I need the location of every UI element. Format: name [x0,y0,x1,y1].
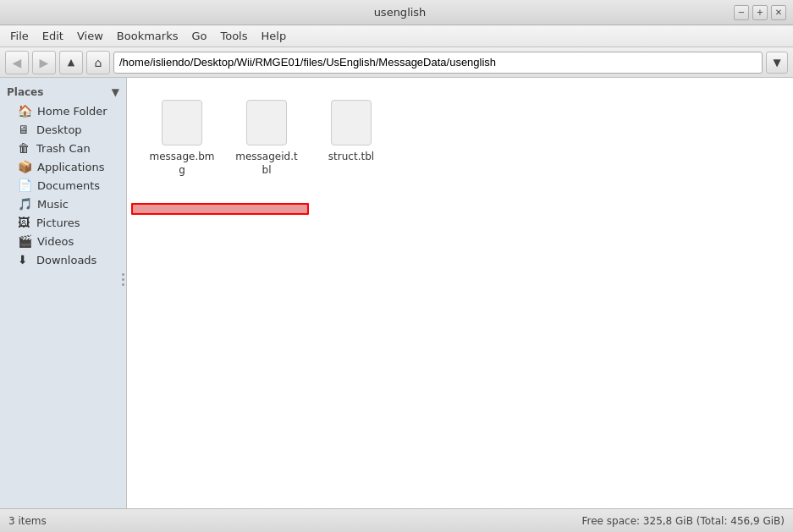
menu-item-edit[interactable]: Edit [36,27,70,45]
file-item-struct-tbl[interactable]: struct.tbl [313,95,389,182]
sidebar-label-docs: Documents [37,179,100,192]
resize-handle[interactable] [120,271,126,288]
back-button[interactable]: ◀ [5,51,29,74]
menu-item-view[interactable]: View [70,27,110,45]
sidebar-item-applications[interactable]: 📦 Applications [3,157,124,176]
titlebar: usenglish − + ✕ [0,0,793,25]
address-bar[interactable] [113,52,763,74]
sidebar-label-videos: Videos [37,235,74,248]
file-item-messageid-tbl[interactable]: messageid.tbl [229,95,305,182]
sidebar-label-home: Home Folder [37,105,107,118]
applications-icon: 📦 [18,160,32,173]
sidebar-item-downloads[interactable]: ⬇ Downloads [3,250,124,269]
sidebar-item-desktop[interactable]: 🖥 Desktop [3,120,124,139]
items-count: 3 items [8,515,47,527]
sidebar-item-documents[interactable]: 📄 Documents [3,176,124,195]
sidebar-label-trash: Trash Can [36,142,91,155]
sidebar-label-pictures: Pictures [36,217,80,229]
file-item-message-bmg[interactable]: message.bmg [144,95,220,182]
file-label-messageid-tbl: messageid.tbl [235,151,297,177]
file-label-message-bmg: message.bmg [149,151,214,177]
menu-item-tools[interactable]: Tools [213,27,254,45]
sidebar-label-apps: Applications [37,161,104,173]
documents-icon: 📄 [18,178,32,192]
pictures-icon: 🖼 [18,216,31,229]
sidebar-label-music: Music [37,198,69,211]
file-area: message.bmg messageid.tbl struct.tbl [127,78,793,508]
maximize-button[interactable]: + [752,5,768,20]
sidebar: Places ▼ 🏠 Home Folder 🖥 Desktop 🗑 Trash… [0,78,127,508]
menu-item-help[interactable]: Help [255,27,294,45]
places-arrow: ▼ [112,86,119,98]
menu-item-go[interactable]: Go [184,27,213,45]
free-space: Free space: 325,8 GiB (Total: 456,9 GiB) [582,515,785,527]
address-expand-button[interactable]: ▼ [766,52,788,74]
sidebar-item-home-folder[interactable]: 🏠 Home Folder [3,101,124,120]
statusbar: 3 items Free space: 325,8 GiB (Total: 45… [0,508,793,532]
menu-item-file[interactable]: File [3,27,36,45]
up-button[interactable]: ▲ [59,51,83,74]
file-icon-message-bmg [162,100,202,145]
file-label-struct-tbl: struct.tbl [328,151,374,164]
places-label: Places [7,86,43,98]
home-button[interactable]: ⌂ [86,51,110,74]
home-icon: 🏠 [18,104,32,118]
file-icon-messageid-tbl [246,100,287,145]
main-area: Places ▼ 🏠 Home Folder 🖥 Desktop 🗑 Trash… [0,78,793,508]
music-icon: 🎵 [18,197,32,211]
forward-button[interactable]: ▶ [32,51,56,74]
sidebar-item-pictures[interactable]: 🖼 Pictures [3,213,124,232]
menu-item-bookmarks[interactable]: Bookmarks [110,27,185,45]
toolbar: ◀ ▶ ▲ ⌂ ▼ [0,47,793,78]
minimize-button[interactable]: − [734,5,749,20]
sidebar-item-videos[interactable]: 🎬 Videos [3,232,124,250]
sidebar-item-trash-can[interactable]: 🗑 Trash Can [3,139,124,157]
videos-icon: 🎬 [18,234,32,248]
sidebar-item-music[interactable]: 🎵 Music [3,195,124,213]
window-title: usenglish [66,6,734,19]
sidebar-label-desktop: Desktop [36,123,82,136]
desktop-icon: 🖥 [18,123,31,136]
selection-rectangle [131,203,309,215]
file-icon-struct-tbl [331,100,372,145]
downloads-icon: ⬇ [18,253,31,266]
places-section-header[interactable]: Places ▼ [0,83,126,101]
close-button[interactable]: ✕ [771,5,786,20]
window-controls: − + ✕ [734,5,786,20]
sidebar-label-downloads: Downloads [36,254,96,266]
menubar: FileEditViewBookmarksGoToolsHelp [0,25,793,47]
trash-icon: 🗑 [18,141,31,155]
